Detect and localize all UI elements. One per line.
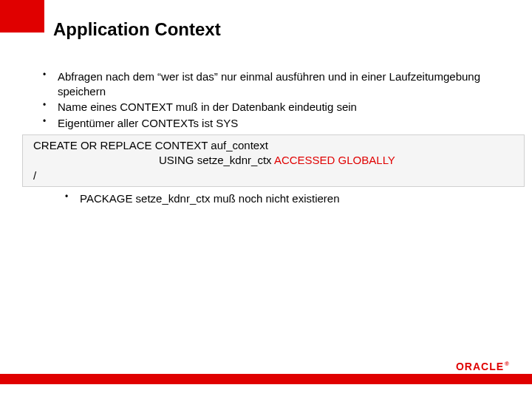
bullet-item: Abfragen nach dem “wer ist das” nur einm… [37, 69, 510, 98]
oracle-logo: ORACLE® [456, 361, 510, 372]
logo-text: ORACLE [456, 361, 504, 372]
code-text: USING setze_kdnr_ctx [159, 154, 274, 166]
code-line: / [33, 168, 516, 183]
sub-bullet-list: PACKAGE setze_kdnr_ctx muß noch nicht ex… [59, 191, 510, 206]
code-block: CREATE OR REPLACE CONTEXT auf_context US… [22, 134, 525, 187]
bullet-list: Abfragen nach dem “wer ist das” nur einm… [37, 69, 510, 130]
bullet-item: Eigentümer aller CONTEXTs ist SYS [37, 116, 510, 131]
code-line: USING setze_kdnr_ctx ACCESSED GLOBALLY [33, 153, 516, 168]
code-line: CREATE OR REPLACE CONTEXT auf_context [33, 138, 516, 153]
code-keyword: ACCESSED GLOBALLY [274, 154, 395, 166]
sub-bullet-item: PACKAGE setze_kdnr_ctx muß noch nicht ex… [59, 191, 510, 206]
registered-mark: ® [505, 361, 510, 367]
corner-accent [0, 0, 44, 33]
footer-accent-bar [0, 374, 532, 384]
bullet-item: Name eines CONTEXT muß in der Datenbank … [37, 100, 510, 115]
slide-title: Application Context [53, 19, 221, 40]
slide-content: Abfragen nach dem “wer ist das” nur einm… [37, 69, 510, 205]
